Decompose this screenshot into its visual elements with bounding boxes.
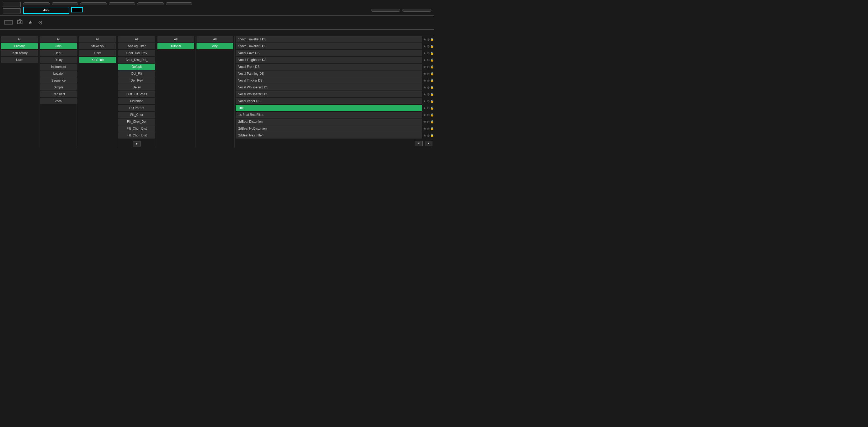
lock-icon[interactable]: 🔒	[430, 44, 434, 48]
list-item[interactable]: Delay	[118, 84, 155, 91]
lock-icon[interactable]: 🔒	[430, 106, 434, 110]
preset-button[interactable]	[3, 2, 21, 7]
browser-button[interactable]	[3, 8, 21, 13]
star-icon[interactable]: ★	[423, 106, 426, 110]
list-item[interactable]: TestFactory	[1, 50, 38, 56]
no-icon[interactable]: ⊘	[427, 92, 430, 96]
preset-name-item[interactable]: Vocal Whisperer2 DS	[236, 91, 422, 97]
style-value[interactable]	[109, 2, 135, 5]
list-item[interactable]: Filt_Chor_Del	[118, 119, 155, 125]
star-icon[interactable]: ★	[423, 51, 426, 55]
star-icon-button[interactable]: ★	[27, 18, 34, 27]
list-item[interactable]: Locator	[40, 70, 77, 77]
preset-name-item[interactable]: 2dBeat Res Filter	[236, 132, 422, 138]
lock-icon[interactable]: 🔒	[430, 86, 434, 89]
preset-name-item[interactable]: Vocal Wider DS	[236, 98, 422, 104]
list-item[interactable]: Chor_Del_Rev	[118, 50, 155, 56]
lock-icon[interactable]: 🔒	[430, 58, 434, 62]
list-item[interactable]: Stawczyk	[79, 43, 116, 50]
list-item[interactable]: Simple	[40, 84, 77, 91]
list-item[interactable]: Factory	[1, 43, 38, 50]
no-icon[interactable]: ⊘	[427, 51, 430, 55]
no-icon-button[interactable]: ⊘	[37, 18, 43, 27]
lock-icon[interactable]: 🔒	[430, 65, 434, 69]
list-item[interactable]: All	[157, 36, 194, 42]
name-input[interactable]	[23, 7, 69, 14]
no-icon[interactable]: ⊘	[427, 106, 430, 110]
no-icon[interactable]: ⊘	[427, 44, 430, 48]
list-item[interactable]: EQ Param	[118, 105, 155, 111]
feeling-value[interactable]	[137, 2, 164, 5]
star-icon[interactable]: ★	[423, 86, 426, 90]
list-item[interactable]: Analog Filter	[118, 43, 155, 50]
no-icon[interactable]: ⊘	[427, 120, 430, 124]
list-item[interactable]: DeeS	[40, 50, 77, 56]
star-icon[interactable]: ★	[423, 79, 426, 83]
list-item[interactable]: Delay	[40, 57, 77, 63]
no-icon[interactable]: ⊘	[427, 79, 430, 83]
bank-value[interactable]	[23, 2, 50, 5]
lock-icon[interactable]: 🔒	[430, 52, 434, 55]
star-icon[interactable]: ★	[423, 99, 426, 103]
list-item[interactable]: XILS-lab	[79, 57, 116, 63]
star-icon[interactable]: ★	[423, 65, 426, 69]
list-item[interactable]: Del_Rev	[118, 77, 155, 84]
preset-name-item[interactable]: Vocal Cave DS	[236, 50, 422, 56]
list-item[interactable]: Filt_Chor_Dist	[118, 132, 155, 138]
preset-name-item[interactable]: 2dBeat Distortion	[236, 119, 422, 125]
list-item[interactable]: Chor_Dist_Del_	[118, 57, 155, 63]
feeling-scroll-down-button[interactable]: ▼	[133, 141, 141, 146]
project-value[interactable]	[166, 2, 192, 5]
list-item[interactable]: Default	[118, 64, 155, 70]
lock-icon[interactable]: 🔒	[430, 120, 434, 124]
lock-icon[interactable]: 🔒	[430, 72, 434, 75]
star-icon[interactable]: ★	[423, 44, 426, 48]
list-item[interactable]: Instrument	[40, 64, 77, 70]
list-item[interactable]: All	[79, 36, 116, 42]
lock-icon[interactable]: 🔒	[430, 38, 434, 41]
preset-scroll-down-button[interactable]: ▼	[415, 141, 423, 146]
no-icon[interactable]: ⊘	[427, 65, 430, 69]
star-icon[interactable]: ★	[423, 37, 426, 41]
preset-name-item[interactable]: -Init-	[236, 105, 422, 111]
list-item[interactable]: -Init-	[40, 43, 77, 50]
list-item[interactable]: Sequence	[40, 77, 77, 84]
preset-name-item[interactable]: Synth Traveller2 DS	[236, 43, 422, 50]
preset-name-item[interactable]: Vocal Panning DS	[236, 70, 422, 77]
list-item[interactable]: User	[79, 50, 116, 56]
list-item[interactable]: Filt_Chor	[118, 111, 155, 118]
no-icon[interactable]: ⊘	[427, 72, 430, 76]
star-icon[interactable]: ★	[423, 120, 426, 124]
list-item[interactable]: All	[118, 36, 155, 42]
no-icon[interactable]: ⊘	[427, 37, 430, 41]
camera-icon-button[interactable]	[16, 18, 24, 27]
star-icon[interactable]: ★	[423, 113, 426, 117]
preset-name-item[interactable]: 2dBeat NoDistortion	[236, 125, 422, 132]
no-icon[interactable]: ⊘	[427, 134, 430, 137]
preset-name-item[interactable]: Vocal Flughhorn DS	[236, 57, 422, 63]
no-icon[interactable]: ⊘	[427, 86, 430, 90]
list-item[interactable]: Filt_Chor_Dist	[118, 125, 155, 132]
preset-scroll-up-button[interactable]: ▲	[425, 141, 432, 146]
list-item[interactable]: Any	[196, 43, 233, 50]
list-item[interactable]: User	[1, 57, 38, 63]
preset-name-item[interactable]: Vocal Whisperer1 DS	[236, 84, 422, 91]
author-value[interactable]	[52, 2, 78, 5]
list-item[interactable]: Dist_Filt_Phas	[118, 91, 155, 97]
list-item[interactable]: Transient	[40, 91, 77, 97]
type-value[interactable]	[80, 2, 107, 5]
star-icon[interactable]: ★	[423, 127, 426, 131]
no-icon[interactable]: ⊘	[427, 58, 430, 62]
list-item[interactable]: All	[1, 36, 38, 42]
preset-name-item[interactable]: Vocal Front DS	[236, 64, 422, 70]
no-icon[interactable]: ⊘	[427, 99, 430, 103]
star-icon[interactable]: ★	[423, 58, 426, 62]
star-icon[interactable]: ★	[423, 134, 426, 137]
list-item[interactable]: Distortion	[118, 98, 155, 104]
no-icon[interactable]: ⊘	[427, 127, 430, 131]
preset-name-item[interactable]: Synth Traveller1 DS	[236, 36, 422, 42]
lock-icon[interactable]: 🔒	[430, 127, 434, 130]
preset-name-item[interactable]: Vocal Thicker DS	[236, 77, 422, 84]
lock-icon[interactable]: 🔒	[430, 79, 434, 83]
lock-icon[interactable]: 🔒	[430, 99, 434, 103]
